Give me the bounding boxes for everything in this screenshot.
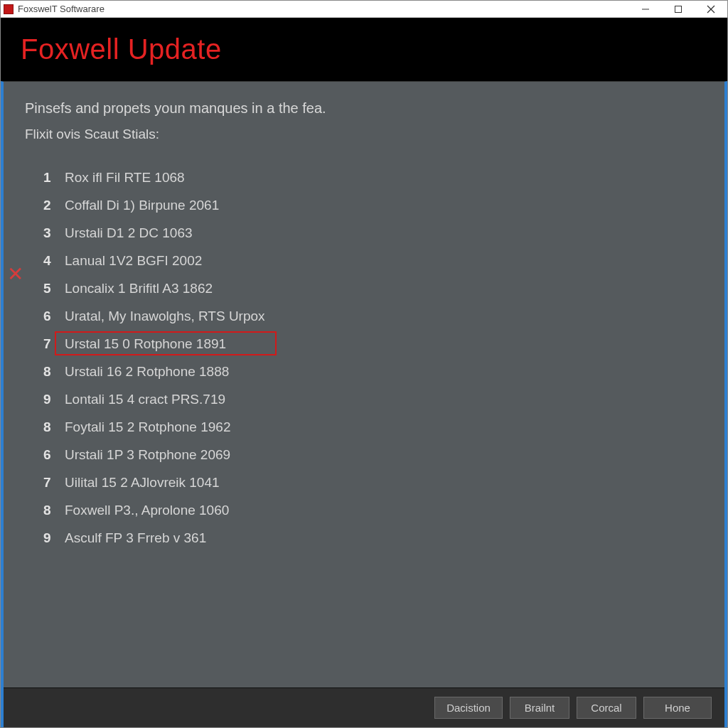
list-item-label: Uratal, My Inawolghs, RTS Urpox xyxy=(53,309,265,324)
list-item-number: 7 xyxy=(25,475,53,491)
close-icon xyxy=(707,5,715,14)
list-item[interactable]: 8Urstali 16 2 Rotphone 1888 xyxy=(25,358,703,385)
app-window: FoxswelT Softwarare Foxwell Update Pinse… xyxy=(0,0,728,728)
footer-button[interactable]: Hone xyxy=(643,697,712,719)
list-item-number: 1 xyxy=(25,170,53,186)
list-item[interactable]: 7Urstal 15 0 Rotphone 1891 xyxy=(25,330,703,358)
list-item[interactable]: 4Lanual 1V2 BGFI 2002 xyxy=(25,247,703,274)
minimize-button[interactable] xyxy=(629,1,662,18)
footer-button[interactable]: Dacistion xyxy=(434,697,503,719)
list-item-number: 9 xyxy=(25,392,53,407)
list-item-label: Lontali 15 4 cract PRS.719 xyxy=(53,392,225,407)
list-item-label: Rox ifl Fil RTE 1068 xyxy=(53,170,185,186)
content-area: Pinsefs and propets youn manques in a th… xyxy=(1,81,727,727)
intro-text-1: Pinsefs and propets youn manques in a th… xyxy=(25,100,703,117)
list-item-number: 6 xyxy=(25,447,53,463)
update-list: 1Rox ifl Fil RTE 10682Coffall Di 1) Birp… xyxy=(25,164,703,552)
window-title: FoxswelT Softwarare xyxy=(18,4,629,14)
list-item[interactable]: 8Foytali 15 2 Rotphone 1962 xyxy=(25,413,703,441)
list-item-label: Uilital 15 2 AJlovreik 1041 xyxy=(53,475,220,491)
footer-button[interactable]: Brailnt xyxy=(510,697,569,719)
intro-text-2: Flixit ovis Scaut Stials: xyxy=(25,127,703,142)
list-item[interactable]: 8Foxwell P3., Aprolone 1060 xyxy=(25,496,703,524)
close-button[interactable] xyxy=(695,1,727,18)
list-item-number: 8 xyxy=(25,419,53,435)
list-item-label: Asculf FP 3 Frreb v 361 xyxy=(53,530,206,546)
list-item[interactable]: 9Lontali 15 4 cract PRS.719 xyxy=(25,385,703,413)
window-controls xyxy=(629,1,727,18)
list-item-number: 5 xyxy=(25,281,53,296)
list-item-number: 2 xyxy=(25,198,53,213)
maximize-icon xyxy=(674,5,682,14)
list-item-label: Coffall Di 1) Birpune 2061 xyxy=(53,198,219,213)
page-title: Foxwell Update xyxy=(21,33,707,65)
list-item[interactable]: 5Loncalix 1 Brifitl A3 1862 xyxy=(25,274,703,302)
content-body: Pinsefs and propets youn manques in a th… xyxy=(4,82,724,687)
svg-rect-1 xyxy=(675,6,682,12)
list-item[interactable]: 3Urstali D1 2 DC 1063 xyxy=(25,219,703,247)
app-icon xyxy=(4,4,14,14)
list-item[interactable]: 2Coffall Di 1) Birpune 2061 xyxy=(25,191,703,219)
list-item[interactable]: 7Uilital 15 2 AJlovreik 1041 xyxy=(25,469,703,496)
list-item[interactable]: 9Asculf FP 3 Frreb v 361 xyxy=(25,524,703,552)
list-item[interactable]: 1Rox ifl Fil RTE 1068 xyxy=(25,164,703,191)
footer-bar: DacistionBrailntCorcalHone xyxy=(4,687,724,727)
list-item[interactable]: 6Uratal, My Inawolghs, RTS Urpox xyxy=(25,302,703,330)
list-item-label: Loncalix 1 Brifitl A3 1862 xyxy=(53,281,213,296)
list-item-number: 9 xyxy=(25,530,53,546)
list-item-label: Urstal 15 0 Rotphone 1891 xyxy=(53,336,226,352)
list-item-label: Urstali 16 2 Rotphone 1888 xyxy=(53,364,229,380)
footer-button[interactable]: Corcal xyxy=(577,697,636,719)
list-item-label: Urstali 1P 3 Rotphone 2069 xyxy=(53,447,230,463)
list-item-label: Foxwell P3., Aprolone 1060 xyxy=(53,503,229,518)
minimize-icon xyxy=(641,5,650,14)
list-item-number: 4 xyxy=(25,253,53,269)
list-item[interactable]: 6Urstali 1P 3 Rotphone 2069 xyxy=(25,441,703,469)
list-item-number: 8 xyxy=(25,503,53,518)
app-header: Foxwell Update xyxy=(1,18,727,81)
list-item-label: Lanual 1V2 BGFI 2002 xyxy=(53,253,202,269)
list-item-number: 8 xyxy=(25,364,53,380)
list-item-label: Urstali D1 2 DC 1063 xyxy=(53,225,193,241)
list-item-number: 7 xyxy=(25,336,53,352)
titlebar: FoxswelT Softwarare xyxy=(1,1,727,18)
x-marker-icon: ✕ xyxy=(7,264,23,284)
list-item-label: Foytali 15 2 Rotphone 1962 xyxy=(53,419,230,435)
list-item-number: 3 xyxy=(25,225,53,241)
maximize-button[interactable] xyxy=(662,1,695,18)
list-item-number: 6 xyxy=(25,309,53,324)
